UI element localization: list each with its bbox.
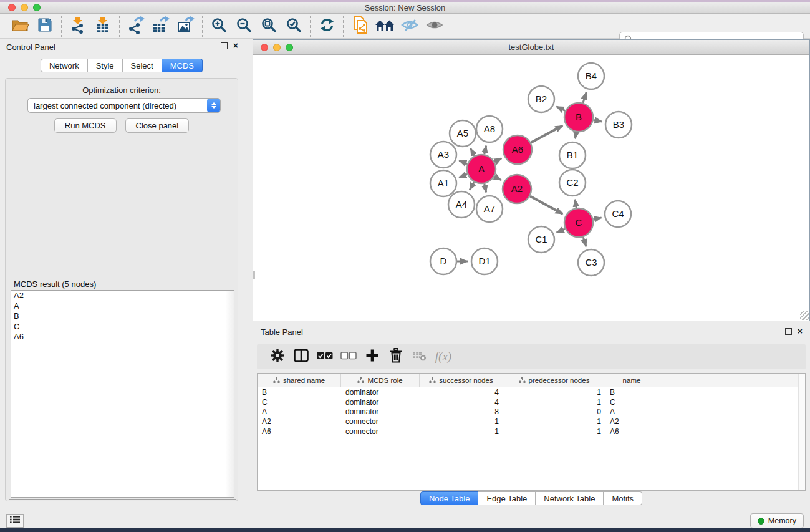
list-scrollbar[interactable]	[226, 291, 234, 497]
memory-label: Memory	[768, 516, 796, 525]
graph-edge-A-A5[interactable]	[471, 148, 475, 156]
network-canvas[interactable]: B4B2BB3A8A5A6B1A3AA1C2A2A4A7C4CC1C3DD1	[253, 56, 809, 321]
mcds-result-item[interactable]: A	[11, 301, 234, 312]
table-cell: A	[258, 407, 341, 416]
table-row[interactable]: Cdominator41C	[258, 397, 805, 407]
graph-edge-B-B4[interactable]	[583, 92, 586, 103]
column-header-MCDS-role[interactable]: MCDS role	[341, 374, 420, 387]
tab-edge-table[interactable]: Edge Table	[478, 491, 536, 505]
mcds-result-item[interactable]: C	[11, 322, 234, 332]
graph-edge-A-A6[interactable]	[494, 158, 501, 162]
graph-edge-A-A7[interactable]	[485, 184, 486, 193]
export-network-icon	[127, 16, 145, 36]
gear-icon	[270, 348, 285, 365]
table-scrollbar[interactable]	[798, 374, 805, 490]
float-panel-icon[interactable]	[221, 42, 228, 49]
home-layout-button[interactable]	[372, 16, 397, 37]
delete-column-button[interactable]	[384, 346, 408, 367]
table-row[interactable]: Adominator80A	[258, 407, 805, 417]
graph-edge-A2-C[interactable]	[530, 196, 562, 214]
task-history-button[interactable]	[6, 514, 24, 528]
import-network-icon	[70, 16, 86, 36]
graph-edge-B-B2[interactable]	[556, 107, 565, 111]
network-graph: B4B2BB3A8A5A6B1A3AA1C2A2A4A7C4CC1C3DD1	[253, 56, 809, 321]
mcds-result-item[interactable]: A2	[11, 291, 234, 301]
hide-selected-button[interactable]	[397, 16, 422, 37]
column-header-predecessor-nodes[interactable]: predecessor nodes	[503, 374, 605, 387]
desktop-edge	[0, 528, 810, 532]
export-image-button[interactable]	[173, 16, 198, 37]
table-cell: C	[258, 398, 341, 407]
table-panel-title: Table Panel	[261, 327, 303, 337]
table-cell: 1	[503, 388, 605, 397]
table-cell: A2	[258, 417, 341, 426]
criterion-value: largest connected component (directed)	[28, 101, 207, 110]
status-bar: Memory	[0, 510, 810, 528]
deselect-all-button[interactable]	[337, 346, 360, 367]
save-session-button[interactable]	[32, 16, 57, 37]
split-view-button[interactable]	[289, 346, 313, 367]
memory-button[interactable]: Memory	[750, 513, 804, 528]
tab-network-table[interactable]: Network Table	[536, 491, 604, 505]
column-header-name[interactable]: name	[605, 374, 658, 387]
export-network-button[interactable]	[123, 16, 148, 37]
show-all-button[interactable]	[422, 16, 447, 37]
export-table-button[interactable]	[148, 16, 173, 37]
column-header-shared-name[interactable]: shared name	[258, 374, 341, 387]
column-header-successor-nodes[interactable]: successor nodes	[420, 374, 503, 387]
float-table-panel-icon[interactable]	[785, 328, 792, 335]
graph-node-label: B	[576, 112, 582, 122]
tab-style[interactable]: Style	[88, 59, 123, 72]
close-panel-button[interactable]: Close panel	[125, 118, 190, 133]
zoom-selected-button[interactable]	[281, 16, 306, 37]
graph-edge-C-C1[interactable]	[557, 229, 565, 233]
select-all-button[interactable]	[313, 346, 337, 367]
table-cell: connector	[341, 417, 420, 426]
mcds-result-item[interactable]: A6	[11, 332, 234, 342]
close-panel-icon[interactable]: ×	[233, 41, 238, 51]
table-cell: A	[605, 407, 658, 416]
graph-edge-B-B3[interactable]	[594, 120, 602, 122]
tab-mcds[interactable]: MCDS	[162, 59, 203, 72]
table-row[interactable]: Bdominator41B	[258, 387, 805, 397]
tab-motifs[interactable]: Motifs	[604, 491, 642, 505]
add-column-button[interactable]	[360, 346, 384, 367]
graph-edge-A-A4[interactable]	[470, 182, 474, 190]
zoom-fit-button[interactable]	[256, 16, 281, 37]
graph-edge-C-C4[interactable]	[593, 218, 601, 220]
graph-edge-B-B1[interactable]	[575, 132, 576, 139]
mcds-result-item[interactable]: B	[11, 311, 234, 322]
delete-table-icon	[412, 349, 427, 365]
close-table-panel-icon[interactable]: ×	[798, 326, 803, 336]
tab-network[interactable]: Network	[41, 59, 88, 72]
graph-node-label: B2	[536, 94, 547, 104]
table-row[interactable]: A6connector11A6	[258, 427, 805, 437]
import-table-button[interactable]	[90, 16, 115, 37]
graph-edge-A-A2[interactable]	[494, 177, 501, 180]
criterion-dropdown[interactable]: largest connected component (directed)	[27, 98, 221, 113]
graph-edge-A6-B[interactable]	[531, 126, 562, 143]
graph-edge-A-A1[interactable]	[459, 174, 467, 177]
table-row[interactable]: A2connector11A2	[258, 417, 805, 427]
graph-edge-A-A8[interactable]	[485, 145, 486, 154]
toolbar-separator	[119, 16, 120, 37]
import-network-button[interactable]	[65, 16, 90, 37]
graph-edge-C-C2[interactable]	[575, 200, 576, 208]
run-mcds-button[interactable]: Run MCDS	[54, 118, 117, 133]
table-cell: A6	[258, 427, 341, 436]
open-session-button[interactable]	[7, 16, 32, 37]
table-cell: dominator	[341, 398, 420, 407]
refresh-view-button[interactable]	[314, 16, 339, 37]
duplicate-network-button[interactable]	[347, 16, 372, 37]
graph-edge-A-A3[interactable]	[459, 161, 467, 164]
table-settings-button[interactable]	[266, 346, 289, 367]
shared-column-icon	[519, 377, 526, 384]
zoom-out-button[interactable]	[231, 16, 256, 37]
graph-edge-C-C3[interactable]	[583, 237, 586, 246]
tab-node-table[interactable]: Node Table	[420, 491, 479, 505]
tab-select[interactable]: Select	[123, 59, 162, 72]
zoom-in-button[interactable]	[206, 16, 231, 37]
open-folder-icon	[11, 17, 29, 36]
resize-grip-icon[interactable]	[800, 311, 809, 320]
graph-node-label: A4	[456, 199, 467, 210]
